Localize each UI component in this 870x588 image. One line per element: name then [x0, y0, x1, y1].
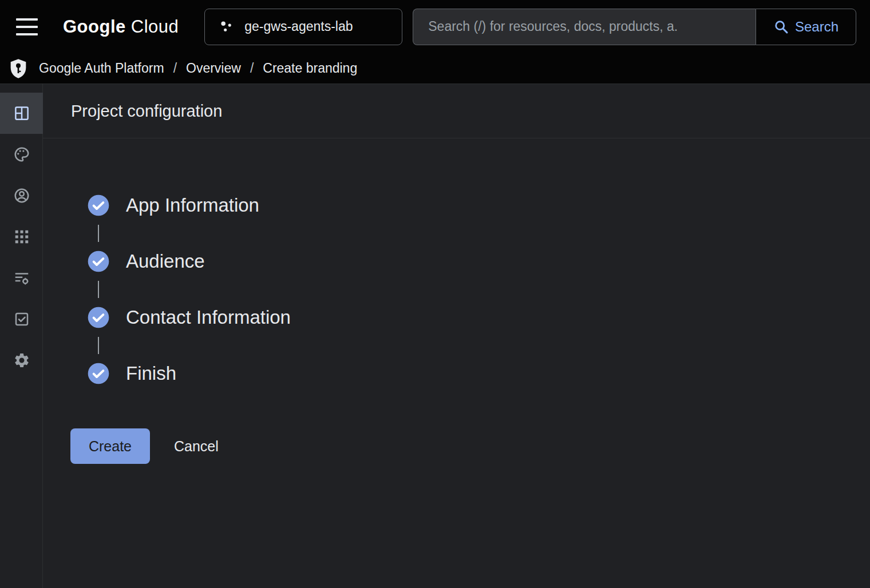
step-connector-line	[98, 225, 99, 242]
project-selector-button[interactable]: ge-gws-agents-lab	[204, 9, 402, 45]
breadcrumb-separator: /	[250, 61, 254, 76]
project-selector-label: ge-gws-agents-lab	[244, 19, 353, 34]
logo-google-text: Google	[63, 17, 126, 37]
logo-cloud-text: Cloud	[131, 17, 179, 37]
search-button[interactable]: Search	[756, 9, 856, 45]
apps-grid-icon	[13, 228, 30, 245]
search-input[interactable]	[413, 9, 756, 45]
google-auth-platform-icon	[7, 57, 30, 80]
cancel-button[interactable]: Cancel	[174, 438, 219, 455]
sidebar-item-overview[interactable]	[0, 93, 43, 134]
left-nav-sidebar	[0, 84, 43, 588]
check-circle-icon	[87, 306, 110, 329]
list-gear-icon	[13, 269, 30, 287]
step-label: Contact Information	[126, 307, 291, 328]
breadcrumb-separator: /	[173, 61, 177, 76]
palette-icon	[13, 146, 30, 163]
step-finish: Finish	[87, 362, 870, 385]
sidebar-item-settings[interactable]	[0, 340, 43, 381]
search-icon	[773, 19, 789, 35]
step-label: Audience	[126, 251, 205, 272]
check-circle-icon	[87, 194, 110, 217]
check-circle-icon	[87, 250, 110, 273]
configuration-steps: App Information Audience	[43, 194, 870, 385]
form-actions: Create Cancel	[43, 428, 870, 464]
step-connector-line	[98, 281, 99, 298]
sidebar-item-audience[interactable]	[0, 175, 43, 216]
step-connector-line	[98, 337, 99, 354]
sidebar-item-data-access[interactable]	[0, 257, 43, 299]
step-contact-information: Contact Information	[87, 306, 870, 329]
checkbox-icon	[13, 311, 30, 328]
menu-hamburger-button[interactable]	[16, 15, 39, 38]
page-header: Project configuration	[43, 84, 870, 138]
project-icon	[219, 19, 235, 35]
page-title: Project configuration	[71, 102, 222, 121]
step-label: Finish	[126, 363, 176, 384]
top-app-bar: Google Cloud ge-gws-agents-lab Search	[0, 0, 870, 53]
main-content: Project configuration App Information	[43, 84, 870, 588]
gear-icon	[13, 352, 30, 369]
step-app-information: App Information	[87, 194, 870, 217]
breadcrumb: Google Auth Platform / Overview / Create…	[0, 53, 870, 84]
search-bar: Search	[413, 9, 856, 45]
account-icon	[13, 187, 30, 204]
google-cloud-logo[interactable]: Google Cloud	[63, 17, 179, 37]
check-circle-icon	[87, 362, 110, 385]
breadcrumb-overview[interactable]: Overview	[186, 61, 241, 76]
sidebar-item-clients[interactable]	[0, 216, 43, 257]
search-button-label: Search	[795, 19, 839, 35]
overview-grid-icon	[13, 105, 30, 122]
sidebar-item-branding[interactable]	[0, 134, 43, 175]
breadcrumb-create-branding: Create branding	[263, 61, 357, 76]
breadcrumb-google-auth-platform[interactable]: Google Auth Platform	[39, 61, 164, 76]
step-label: App Information	[126, 194, 259, 216]
step-audience: Audience	[87, 250, 870, 273]
create-button[interactable]: Create	[70, 428, 150, 464]
sidebar-item-verification[interactable]	[0, 299, 43, 340]
